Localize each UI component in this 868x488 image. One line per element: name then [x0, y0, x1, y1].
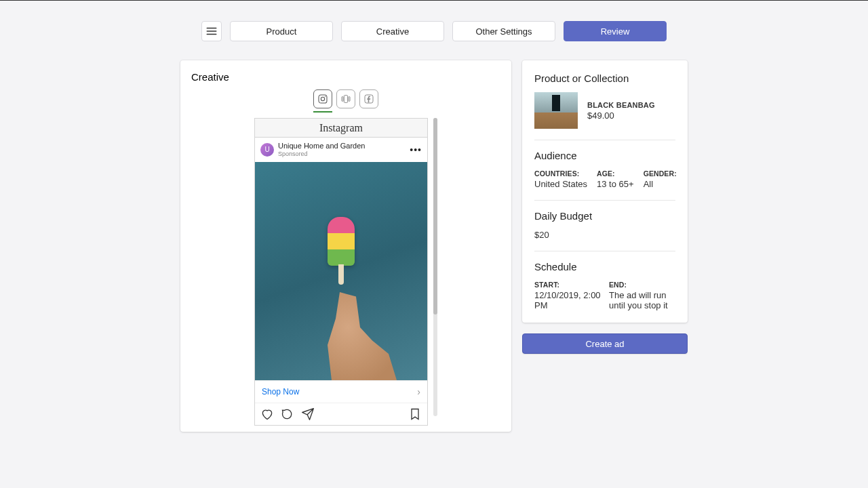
instagram-icon — [317, 94, 328, 104]
svg-rect-3 — [344, 96, 347, 103]
svg-rect-4 — [342, 97, 343, 102]
nav-tabs: Product Creative Other Settings Review — [201, 21, 667, 41]
product-thumbnail — [534, 92, 578, 129]
instagram-preview: Instagram U Unique Home and Garden Spons… — [254, 118, 428, 426]
hand-illustration — [315, 292, 397, 380]
product-price: $49.00 — [587, 110, 655, 121]
more-icon[interactable]: ••• — [410, 144, 422, 155]
end-label: END: — [609, 281, 675, 289]
platform-tabs — [191, 89, 500, 113]
age-label: AGE: — [597, 169, 634, 178]
account-name: Unique Home and Garden — [278, 142, 406, 150]
age-value: 13 to 65+ — [597, 179, 634, 189]
sponsored-label: Sponsored — [278, 150, 406, 158]
heart-icon[interactable] — [260, 407, 274, 421]
schedule-section-title: Schedule — [534, 261, 675, 272]
ad-image — [255, 162, 427, 380]
facebook-icon — [363, 94, 374, 104]
product-name: BLACK BEANBAG — [587, 101, 655, 109]
instagram-header: Instagram — [255, 119, 427, 138]
svg-rect-0 — [319, 95, 327, 103]
cta-text: Shop Now — [262, 387, 299, 396]
tab-other-settings[interactable]: Other Settings — [452, 21, 555, 41]
product-section-title: Product or Collection — [534, 73, 675, 84]
tab-product[interactable]: Product — [230, 21, 333, 41]
budget-value: $20 — [534, 230, 675, 240]
countries-label: COUNTRIES: — [534, 169, 587, 178]
creative-title: Creative — [191, 71, 500, 83]
menu-button[interactable] — [201, 21, 222, 41]
tab-review[interactable]: Review — [564, 21, 667, 41]
gender-label: GENDER: — [644, 169, 677, 178]
platform-instagram[interactable] — [313, 89, 332, 108]
svg-point-1 — [321, 97, 324, 100]
instagram-actions — [255, 403, 427, 425]
share-icon[interactable] — [301, 407, 315, 421]
platform-facebook[interactable] — [359, 89, 378, 108]
svg-point-2 — [325, 96, 326, 97]
budget-section-title: Daily Budget — [534, 210, 675, 222]
platform-story[interactable] — [336, 89, 355, 108]
gender-value: All — [644, 179, 677, 189]
story-icon — [340, 94, 351, 104]
chevron-right-icon: › — [417, 386, 420, 397]
hamburger-icon — [205, 25, 218, 37]
platform-active-indicator — [313, 111, 332, 113]
instagram-account-row: U Unique Home and Garden Sponsored ••• — [255, 138, 427, 162]
start-value: 12/10/2019, 2:00 PM — [534, 290, 601, 310]
countries-value: United States — [534, 179, 587, 189]
end-value: The ad will run until you stop it — [609, 290, 675, 310]
bookmark-icon[interactable] — [408, 407, 422, 421]
preview-scrollbar[interactable] — [433, 118, 437, 416]
avatar: U — [260, 143, 274, 157]
comment-icon[interactable] — [281, 407, 294, 421]
review-card: Product or Collection BLACK BEANBAG $49.… — [522, 60, 688, 323]
svg-rect-5 — [349, 97, 350, 102]
start-label: START: — [534, 281, 601, 289]
shop-now-cta[interactable]: Shop Now › — [255, 380, 427, 403]
popsicle-illustration — [328, 217, 355, 285]
audience-section-title: Audience — [534, 150, 675, 161]
creative-card: Creative — [180, 60, 511, 432]
tab-creative[interactable]: Creative — [341, 21, 444, 41]
product-summary: BLACK BEANBAG $49.00 — [534, 92, 675, 129]
create-ad-button[interactable]: Create ad — [522, 333, 688, 354]
